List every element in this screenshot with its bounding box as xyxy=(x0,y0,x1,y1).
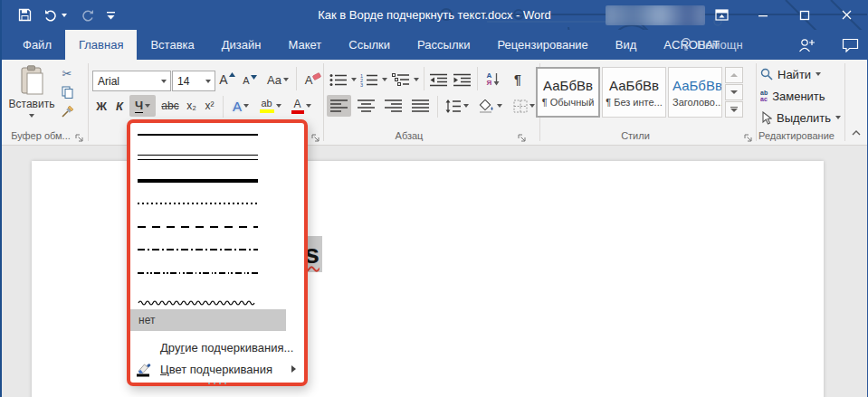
sort-button[interactable]: А Я xyxy=(482,70,505,90)
highlight-button[interactable]: ab xyxy=(256,95,284,117)
underline-option-dotted[interactable] xyxy=(130,193,304,216)
justify-button[interactable] xyxy=(408,95,433,117)
tab-layout[interactable]: Макет xyxy=(274,30,335,60)
bold-button[interactable]: Ж xyxy=(92,95,110,117)
subscript-button[interactable]: x₂ xyxy=(183,95,200,117)
underline-color-menu-item[interactable]: Цвет подчеркивания xyxy=(130,358,304,380)
replace-button[interactable]: abac Заменить xyxy=(760,87,825,105)
format-painter-icon[interactable] xyxy=(56,103,78,119)
paste-button[interactable]: Вставить xyxy=(9,63,54,134)
tab-home-active[interactable]: Главная xyxy=(65,30,137,60)
text-effects-dropdown-icon[interactable] xyxy=(243,104,249,108)
change-case-button[interactable]: Aa xyxy=(263,70,292,90)
underline-option-wavy[interactable] xyxy=(130,285,304,308)
style-card-heading[interactable]: АаБбВв Заголово... xyxy=(668,67,722,118)
underline-option-thick[interactable] xyxy=(130,169,304,193)
multilevel-list-button[interactable] xyxy=(391,70,411,90)
underline-option-double[interactable] xyxy=(130,147,304,170)
highlight-color-bar xyxy=(260,109,274,113)
borders-dropdown-icon[interactable] xyxy=(529,104,535,108)
select-dropdown-icon[interactable] xyxy=(835,116,841,119)
change-case-dropdown-icon[interactable] xyxy=(283,78,289,81)
line-spacing-button[interactable] xyxy=(443,95,472,117)
ribbon-display-options-button[interactable] xyxy=(701,0,742,30)
underline-button-active[interactable]: Ч xyxy=(129,95,156,117)
cut-icon[interactable]: ✂ xyxy=(56,65,78,81)
undo-button[interactable] xyxy=(44,9,67,22)
grow-font-button[interactable]: А xyxy=(216,70,238,90)
bullets-dropdown-icon[interactable] xyxy=(351,78,357,81)
font-name-combo[interactable]: Arial xyxy=(92,71,171,91)
style-card-no-spacing[interactable]: АаБбВв ¶ Без инте... xyxy=(602,67,666,118)
shrink-font-button[interactable]: А xyxy=(240,71,260,90)
paragraph-dialog-launcher-icon[interactable] xyxy=(517,130,527,140)
tab-references[interactable]: Ссылки xyxy=(335,30,404,60)
tab-view[interactable]: Вид xyxy=(602,30,651,60)
align-left-button-active[interactable] xyxy=(327,95,351,117)
find-button[interactable]: Найти xyxy=(760,65,821,83)
align-center-button[interactable] xyxy=(354,95,378,117)
styles-scroll-down-button[interactable] xyxy=(725,84,743,100)
line-spacing-dropdown-icon[interactable] xyxy=(463,104,469,108)
underline-option-dash-dot[interactable] xyxy=(130,239,304,262)
align-right-button[interactable] xyxy=(381,95,405,117)
tell-me-assistant[interactable]: Помощн xyxy=(681,30,743,60)
shading-button[interactable] xyxy=(475,95,505,117)
copy-icon[interactable] xyxy=(56,84,78,100)
style-card-normal[interactable]: АаБбВв ¶ Обычный xyxy=(536,67,600,118)
text-effects-button[interactable]: А xyxy=(228,95,253,117)
tab-mailings[interactable]: Рассылки xyxy=(404,30,483,60)
show-marks-button[interactable]: ¶ xyxy=(509,70,527,90)
font-size-combo[interactable]: 14 xyxy=(172,71,215,91)
numbering-dropdown-icon[interactable] xyxy=(382,78,387,81)
more-underlines-menu-item[interactable]: Другие подчеркивания... xyxy=(130,336,304,358)
tab-insert[interactable]: Вставка xyxy=(137,30,207,60)
undo-dropdown-icon[interactable] xyxy=(62,14,67,17)
collapse-ribbon-icon[interactable] xyxy=(851,124,862,140)
clipboard-dialog-launcher-icon[interactable] xyxy=(74,130,84,140)
tab-file[interactable]: Файл xyxy=(9,30,65,60)
shading-dropdown-icon[interactable] xyxy=(497,104,502,108)
underline-option-dashed[interactable] xyxy=(130,215,304,239)
share-icon[interactable] xyxy=(791,30,822,60)
font-dialog-launcher-icon[interactable] xyxy=(310,130,320,140)
customize-quick-access-icon[interactable] xyxy=(107,10,115,21)
font-name-dropdown-icon[interactable] xyxy=(157,71,170,90)
italic-button[interactable]: К xyxy=(111,95,128,117)
clear-formatting-button[interactable]: А xyxy=(301,70,325,90)
font-color-dropdown-icon[interactable] xyxy=(306,104,311,108)
group-separator xyxy=(323,63,324,141)
redo-button-disabled[interactable] xyxy=(80,9,94,22)
tab-review[interactable]: Рецензирование xyxy=(483,30,601,60)
paste-dropdown-icon[interactable] xyxy=(29,114,34,118)
close-button[interactable] xyxy=(825,0,867,30)
highlight-dropdown-icon[interactable] xyxy=(276,104,281,108)
underline-dropdown-icon[interactable] xyxy=(145,104,150,108)
bullets-icon xyxy=(329,73,348,87)
underline-option-none-highlighted[interactable]: нет xyxy=(130,309,286,331)
underline-option-single[interactable] xyxy=(130,123,304,147)
save-icon[interactable] xyxy=(18,8,32,22)
strikethrough-button[interactable]: abc xyxy=(158,95,182,117)
font-color-button[interactable]: А xyxy=(287,95,315,117)
minimize-button[interactable] xyxy=(742,0,784,30)
menu-resize-grip[interactable] xyxy=(130,380,304,387)
maximize-button[interactable] xyxy=(784,0,825,30)
sort-glyphs: А Я xyxy=(487,72,492,87)
borders-button[interactable] xyxy=(509,95,539,117)
comments-icon[interactable] xyxy=(835,30,865,60)
decrease-indent-button[interactable] xyxy=(428,70,450,90)
bullets-button[interactable] xyxy=(329,70,348,90)
numbering-button[interactable]: 123 xyxy=(359,70,379,90)
tab-design[interactable]: Дизайн xyxy=(208,30,275,60)
superscript-button[interactable]: x² xyxy=(201,95,218,117)
font-size-dropdown-icon[interactable] xyxy=(201,71,215,90)
styles-scroll-up-button[interactable] xyxy=(725,67,743,83)
multilevel-dropdown-icon[interactable] xyxy=(414,78,419,81)
underline-option-dash-dot-dot[interactable] xyxy=(130,261,304,285)
styles-more-button[interactable] xyxy=(725,101,743,118)
select-button[interactable]: Выделить xyxy=(760,109,841,127)
increase-indent-button[interactable] xyxy=(452,70,473,90)
change-case-glyph: Aa xyxy=(267,73,281,87)
find-dropdown-icon[interactable] xyxy=(816,72,821,76)
